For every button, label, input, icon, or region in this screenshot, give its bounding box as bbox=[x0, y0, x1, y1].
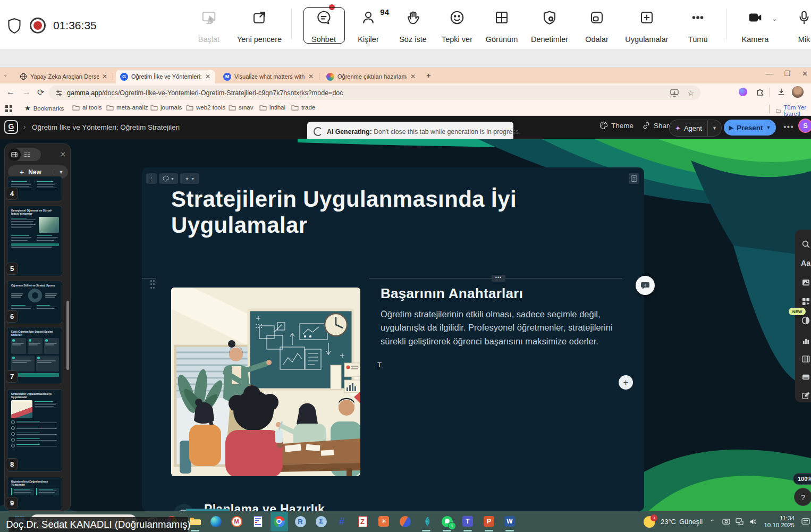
agent-button[interactable]: ✦Agent ▼ bbox=[669, 120, 722, 137]
taskbar-app-wave[interactable] bbox=[419, 514, 433, 528]
taskbar-app-teams[interactable]: T bbox=[461, 514, 475, 528]
bookmark-web2-tools[interactable]: web2 tools bbox=[186, 104, 225, 111]
block-divider-handle[interactable]: ••• bbox=[492, 275, 505, 282]
chart-icon[interactable] bbox=[799, 334, 811, 348]
tray-volume-icon[interactable] bbox=[749, 518, 757, 525]
section1-title[interactable]: Başarının Anahtarları bbox=[381, 285, 523, 302]
meeting-button-tümü[interactable]: Tümü bbox=[669, 6, 727, 44]
new-tab-button[interactable]: + bbox=[426, 71, 431, 80]
share-button[interactable]: Share bbox=[642, 121, 673, 130]
close-icon[interactable]: ✕ bbox=[802, 70, 808, 78]
tab-search-chevron-icon[interactable]: ⌄ bbox=[3, 72, 7, 78]
edit-pen-icon[interactable] bbox=[799, 388, 811, 402]
browser-tab[interactable]: Öğrenme çıktıları hazırlama✕ bbox=[322, 70, 420, 83]
help-button[interactable]: ? bbox=[794, 488, 811, 506]
weather-temp[interactable]: 23°C bbox=[661, 518, 676, 526]
theme-circle-icon[interactable] bbox=[799, 314, 811, 327]
card-ai-icon[interactable]: ✦▼ bbox=[180, 173, 199, 184]
bookmark-journals[interactable]: journals bbox=[150, 104, 182, 111]
card-template-icon[interactable] bbox=[629, 173, 639, 184]
card-menu-icon[interactable]: ⋮ bbox=[146, 173, 157, 184]
new-slide-chevron-icon[interactable]: ▼ bbox=[54, 170, 68, 175]
taskbar-app-starburst[interactable]: ✳ bbox=[377, 514, 391, 528]
taskbar-app-word[interactable]: W bbox=[503, 514, 517, 528]
present-button[interactable]: ▶ Present ▼ bbox=[724, 120, 776, 136]
tray-chevron-icon[interactable]: ⌃ bbox=[710, 519, 714, 525]
block-drag-handle[interactable] bbox=[150, 280, 156, 289]
agent-dropdown-chevron-icon[interactable]: ▼ bbox=[707, 120, 721, 136]
notification-icon[interactable] bbox=[801, 518, 810, 526]
browser-tab[interactable]: Yapay Zeka Araçları Derse Enteg✕ bbox=[15, 70, 112, 83]
list-view-icon[interactable] bbox=[21, 148, 33, 161]
taskbar-app-edge[interactable] bbox=[209, 514, 223, 528]
filmstrip-view-icon[interactable] bbox=[8, 148, 21, 161]
zoom-level-badge[interactable]: 100% bbox=[793, 473, 811, 485]
downloads-icon[interactable] bbox=[777, 88, 785, 96]
tab-close-icon[interactable]: ✕ bbox=[308, 73, 314, 80]
url-text[interactable]: gamma.app/docs/Ogretim-Ilke-ve-Yontemler… bbox=[67, 89, 343, 97]
taskbar-app-zotero[interactable]: Z bbox=[356, 514, 369, 528]
taskbar-app-powerpoint[interactable]: P bbox=[482, 514, 496, 528]
blocks-add-icon[interactable] bbox=[799, 294, 811, 308]
bookmark-trade[interactable]: trade bbox=[291, 104, 315, 111]
card-layout-icon[interactable] bbox=[799, 370, 811, 384]
apps-grid-icon[interactable] bbox=[5, 105, 13, 113]
panel-scrollbar[interactable] bbox=[66, 301, 69, 370]
taskbar-app-docapp[interactable] bbox=[251, 514, 265, 528]
user-avatar[interactable]: S bbox=[798, 119, 811, 133]
panel-close-icon[interactable]: ✕ bbox=[60, 150, 66, 158]
profile-avatar[interactable] bbox=[792, 86, 804, 98]
tune-icon[interactable] bbox=[55, 89, 63, 97]
image-icon[interactable] bbox=[799, 275, 811, 289]
bookmark-sınav[interactable]: sınav bbox=[229, 104, 254, 111]
taskbar-app-sigma[interactable]: Σ bbox=[314, 514, 328, 528]
tray-network-icon[interactable] bbox=[736, 518, 744, 525]
doc-title[interactable]: Öğretim İlke ve Yöntemleri: Öğretim Stra… bbox=[32, 123, 180, 131]
tab-close-icon[interactable]: ✕ bbox=[102, 73, 107, 80]
bookmark-intihal[interactable]: intihal bbox=[259, 104, 285, 111]
extension-brain-icon[interactable] bbox=[739, 88, 747, 96]
taskbar-app-hash[interactable]: # bbox=[335, 514, 349, 528]
taskbar-app-whatsapp[interactable]: 1 bbox=[440, 514, 454, 528]
taskbar-app-chrome[interactable] bbox=[272, 514, 286, 528]
meeting-button-uygulamalar[interactable]: Uygulamalar bbox=[618, 6, 676, 44]
panel-view-toggle[interactable] bbox=[8, 148, 41, 161]
text-style-icon[interactable]: Aa bbox=[799, 256, 811, 270]
table-icon[interactable] bbox=[799, 352, 811, 366]
theme-button[interactable]: Theme bbox=[599, 121, 633, 130]
comment-bubble-button[interactable]: + bbox=[636, 276, 655, 295]
present-dropdown-chevron-icon[interactable]: ▼ bbox=[766, 125, 771, 130]
back-icon[interactable]: ← bbox=[6, 87, 15, 97]
forward-icon[interactable]: → bbox=[22, 87, 31, 97]
tab-close-icon[interactable]: ✕ bbox=[410, 73, 416, 80]
browser-tab[interactable]: MVisualize what matters with AI |✕ bbox=[219, 70, 318, 83]
window-controls[interactable]: — ❐ ✕ bbox=[765, 70, 808, 78]
browser-tab[interactable]: GÖğretim İlke ve Yöntemleri: Öğr✕ bbox=[116, 70, 215, 83]
extensions-puzzle-icon[interactable] bbox=[756, 88, 764, 96]
bookmark-meta-analiz[interactable]: meta-analiz bbox=[106, 104, 148, 111]
weather-label[interactable]: Güneşli bbox=[679, 518, 703, 526]
meeting-button-yeni-pencere[interactable]: Yeni pencere bbox=[230, 6, 289, 44]
url-bar[interactable]: gamma.app/docs/Ogretim-Ilke-ve-Yontemler… bbox=[49, 86, 700, 100]
section1-text[interactable]: Öğretim stratejilerinin etkili olması, s… bbox=[381, 308, 626, 348]
card-theme-icon[interactable]: ▼ bbox=[159, 173, 178, 184]
search-icon[interactable] bbox=[799, 237, 811, 251]
bookmark-star-icon[interactable]: ☆ bbox=[687, 89, 694, 97]
reload-icon[interactable]: ⟳ bbox=[37, 87, 44, 97]
taskbar-app-jasp[interactable] bbox=[398, 514, 412, 528]
all-bookmarks-folder[interactable]: Tüm Yer İşaretl bbox=[776, 104, 811, 117]
slide-title[interactable]: Stratejilerin Uygulanmasında İyi Uygulam… bbox=[171, 187, 543, 238]
add-block-button[interactable]: + bbox=[619, 375, 633, 390]
tab-close-icon[interactable]: ✕ bbox=[205, 73, 210, 80]
bookmark-ai-tools[interactable]: ai tools bbox=[72, 104, 102, 111]
clock[interactable]: 11:34 10.10.2025 bbox=[764, 515, 795, 529]
install-icon[interactable] bbox=[670, 89, 679, 97]
taskbar-app-rstudio[interactable]: R bbox=[293, 514, 307, 528]
minimize-icon[interactable]: — bbox=[765, 70, 772, 78]
taskbar-app-mendeley[interactable]: M bbox=[230, 514, 243, 528]
gamma-logo[interactable]: G bbox=[4, 120, 18, 134]
header-more-icon[interactable]: ••• bbox=[783, 122, 794, 132]
tray-cast-icon[interactable] bbox=[722, 518, 730, 525]
maximize-icon[interactable]: ❐ bbox=[784, 70, 790, 78]
bookmark-bookmarks[interactable]: ★Bookmarks bbox=[24, 104, 64, 112]
